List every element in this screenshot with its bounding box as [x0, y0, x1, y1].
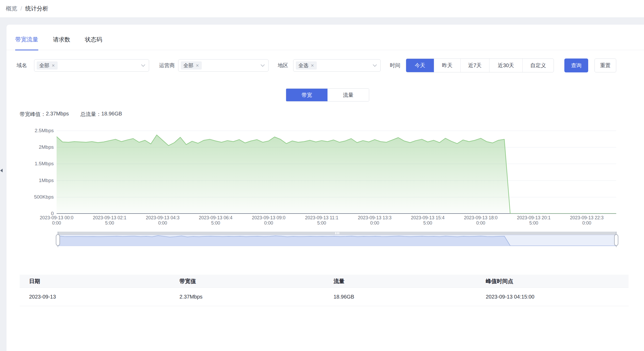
area-chart-svg — [57, 131, 616, 214]
domain-selected-tag: 全部 ✕ — [37, 61, 58, 70]
cell-bandwidth: 2.37Mbps — [170, 294, 324, 300]
col-header-bandwidth: 带宽值 — [170, 278, 324, 285]
col-header-traffic: 流量 — [324, 278, 476, 285]
content-card: 带宽流量 请求数 状态码 域名 全部 ✕ 运营商 全部 ✕ 地区 全选 ✕ 时间… — [7, 25, 644, 351]
region-tag-label: 全选 — [298, 62, 308, 69]
isp-filter-label: 运营商 — [159, 62, 175, 69]
y-axis-tick-label: 2.5Mbps — [21, 128, 54, 134]
summary-table: 日期 带宽值 流量 峰值时间点 2023-09-13 2.37Mbps 18.9… — [20, 275, 629, 306]
breadcrumb: 概览 / 统计分析 — [6, 0, 48, 17]
col-header-date: 日期 — [20, 278, 170, 285]
tab-bar: 带宽流量 请求数 状态码 — [7, 25, 644, 50]
x-axis-tick-label: 2023-09-13 06:45:00 — [196, 215, 235, 226]
cell-traffic: 18.96GB — [324, 294, 476, 300]
breadcrumb-overview[interactable]: 概览 — [6, 5, 17, 13]
x-axis-tick-label: 2023-09-13 02:15:00 — [90, 215, 129, 226]
x-axis-tick-label: 2023-09-13 18:00:00 — [461, 215, 500, 226]
x-axis-tick-label: 2023-09-13 04:30:00 — [143, 215, 182, 226]
time-option-last30days[interactable]: 近30天 — [489, 59, 522, 72]
remove-tag-icon[interactable]: ✕ — [311, 63, 314, 67]
tab-requests[interactable]: 请求数 — [53, 36, 70, 50]
brush-mini-chart-svg — [58, 235, 616, 246]
panel-collapse-toggle[interactable] — [0, 168, 4, 173]
time-option-today[interactable]: 今天 — [406, 59, 434, 72]
x-axis-tick-label: 2023-09-13 13:30:00 — [355, 215, 394, 226]
brush-right-handle[interactable] — [614, 234, 618, 246]
x-axis-tick-label: 2023-09-13 22:30:00 — [567, 215, 607, 226]
metric-option-traffic[interactable]: 流量 — [328, 89, 369, 101]
cell-peak-time: 2023-09-13 04:15:00 — [476, 294, 629, 300]
y-axis-tick-label: 500Kbps — [21, 194, 54, 200]
brush-scrollbar[interactable] — [58, 232, 616, 235]
total-traffic-value: 18.96GB — [101, 111, 122, 118]
x-axis-tick-label: 2023-09-13 15:45:00 — [408, 215, 447, 226]
summary-stats: 带宽峰值： 2.37Mbps 总流量： 18.96GB — [20, 111, 122, 118]
domain-tag-label: 全部 — [39, 62, 49, 69]
chevron-down-icon — [261, 63, 265, 67]
query-button[interactable]: 查询 — [564, 58, 588, 72]
total-traffic-label: 总流量： — [80, 111, 101, 118]
x-axis-labels: 2023-09-13 00:00:002023-09-13 02:15:0020… — [57, 215, 616, 231]
chevron-down-icon — [141, 63, 145, 67]
remove-tag-icon[interactable]: ✕ — [196, 63, 199, 67]
x-axis-tick-label: 2023-09-13 00:00:00 — [37, 215, 76, 226]
brush-grip-icon[interactable] — [335, 232, 339, 234]
top-bar: 概览 / 统计分析 — [0, 0, 644, 17]
domain-select[interactable]: 全部 ✕ — [34, 59, 149, 72]
chart-area-fill — [57, 135, 616, 214]
brush-mini-area — [58, 236, 616, 246]
metric-toggle: 带宽 流量 — [286, 88, 369, 102]
col-header-peak-time: 峰值时间点 — [476, 278, 629, 285]
peak-bandwidth-label: 带宽峰值： — [20, 111, 46, 118]
peak-bandwidth-value: 2.37Mbps — [46, 111, 69, 118]
reset-button[interactable]: 重置 — [594, 58, 616, 72]
brush-selected-region[interactable] — [58, 235, 616, 246]
isp-tag-label: 全部 — [183, 62, 193, 69]
table-header-row: 日期 带宽值 流量 峰值时间点 — [20, 275, 629, 288]
table-row: 2023-09-13 2.37Mbps 18.96GB 2023-09-13 0… — [20, 288, 629, 306]
breadcrumb-separator: / — [20, 5, 22, 12]
tab-bandwidth-traffic[interactable]: 带宽流量 — [15, 36, 38, 50]
isp-selected-tag: 全部 ✕ — [181, 61, 202, 70]
brush-left-handle[interactable] — [56, 234, 60, 246]
time-option-last7days[interactable]: 近7天 — [460, 59, 489, 72]
region-filter-label: 地区 — [278, 62, 288, 69]
time-filter-label: 时间 — [390, 62, 400, 69]
isp-select[interactable]: 全部 ✕ — [178, 59, 269, 72]
x-axis-tick-label: 2023-09-13 11:15:00 — [302, 215, 341, 226]
y-axis-tick-label: 2Mbps — [21, 144, 54, 150]
x-axis-tick-label: 2023-09-13 20:15:00 — [514, 215, 553, 226]
y-axis-tick-label: 1.5Mbps — [21, 161, 54, 167]
time-range-group: 今天 昨天 近7天 近30天 自定义 — [406, 58, 554, 72]
chevron-down-icon — [373, 63, 377, 67]
x-axis-tick-label: 2023-09-13 09:00:00 — [249, 215, 288, 226]
domain-filter-label: 域名 — [17, 62, 27, 69]
region-selected-tag: 全选 ✕ — [296, 61, 317, 70]
y-axis-tick-label: 1Mbps — [21, 178, 54, 183]
datazoom-brush — [58, 232, 616, 247]
time-option-custom[interactable]: 自定义 — [522, 59, 554, 72]
remove-tag-icon[interactable]: ✕ — [52, 63, 55, 67]
chevron-left-icon — [0, 169, 3, 172]
metric-option-bandwidth[interactable]: 带宽 — [286, 89, 328, 101]
region-select[interactable]: 全选 ✕ — [293, 59, 381, 72]
time-option-yesterday[interactable]: 昨天 — [434, 59, 460, 72]
breadcrumb-current-page: 统计分析 — [25, 5, 48, 13]
cell-date: 2023-09-13 — [20, 294, 170, 300]
bandwidth-area-chart — [57, 131, 616, 214]
tab-status-codes[interactable]: 状态码 — [85, 36, 102, 50]
